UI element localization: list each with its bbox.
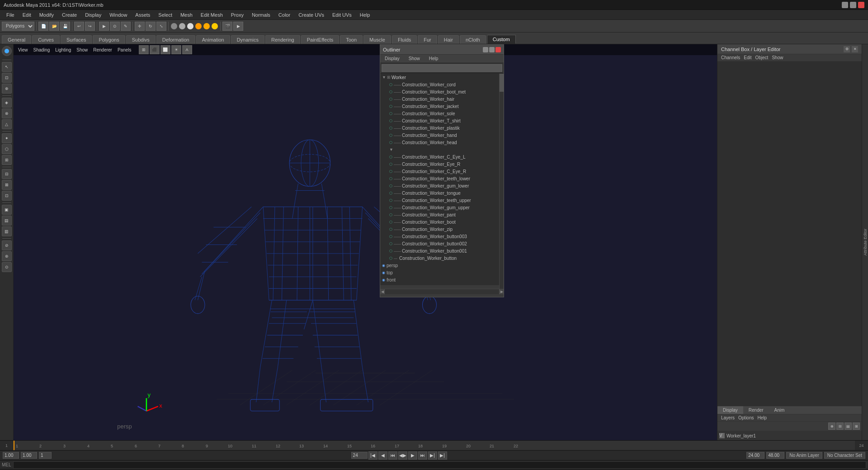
rotate-btn[interactable]: ↻	[146, 22, 156, 31]
outliner-scroll-left[interactable]: ◀	[380, 289, 385, 294]
list-item[interactable]: ⬡ —— Construction_Worker_C_Eye_R	[380, 168, 499, 175]
menu-edit-uvs[interactable]: Edit UVs	[329, 11, 355, 19]
vt-panels[interactable]: Panels	[116, 47, 133, 53]
lt-btn4[interactable]: ◈	[2, 98, 12, 108]
vt-show[interactable]: Show	[75, 47, 90, 53]
tab-muscle[interactable]: Muscle	[363, 35, 391, 44]
list-item[interactable]: ⬡ —— Construction_Worker_T_shirt	[380, 117, 499, 124]
list-item[interactable]: ⬡ —— Construction_Worker_hand	[380, 132, 499, 139]
outliner-item-worker[interactable]: ▼ ⊞ Worker	[380, 74, 499, 81]
viewport[interactable]: View Shading Lighting Show Renderer Pane…	[14, 44, 717, 440]
redo-btn[interactable]: ↪	[85, 22, 95, 31]
list-item[interactable]: ◉ front	[380, 276, 499, 283]
lt-btn15[interactable]: ▥	[2, 226, 12, 236]
render-btn[interactable]: 🎬	[222, 22, 232, 31]
channel-menu-show[interactable]: Show	[772, 55, 783, 60]
outliner-maximize-btn[interactable]	[489, 47, 495, 52]
menu-mesh[interactable]: Mesh	[177, 11, 196, 19]
list-item[interactable]: ⬡ —— Construction_Worker_gum_upper	[380, 204, 499, 211]
play-fwd-btn[interactable]: ▶	[408, 451, 417, 460]
channel-box-icon2[interactable]: ✕	[852, 46, 858, 52]
current-frame-input[interactable]	[39, 452, 52, 459]
menu-select[interactable]: Select	[155, 11, 176, 19]
outliner-tab-help[interactable]: Help	[425, 55, 443, 62]
list-item[interactable]: ⬡ —— Construction_Worker_hair	[380, 95, 499, 103]
outliner-scroll-right[interactable]: ▶	[499, 289, 504, 294]
tab-subdivs[interactable]: Subdivs	[126, 35, 156, 44]
list-item[interactable]: ⬡ —— Construction_Worker_teeth_upper	[380, 197, 499, 204]
list-item[interactable]: ⬡ —— Construction_Worker_head	[380, 139, 499, 146]
menu-color[interactable]: Color	[275, 11, 294, 19]
outliner-tab-show[interactable]: Show	[404, 55, 425, 62]
vt-view[interactable]: View	[16, 47, 30, 53]
layer-menu-options[interactable]: Options	[738, 415, 754, 420]
maya-logo[interactable]	[2, 46, 12, 56]
vp-wireframe-btn[interactable]: ⊞	[139, 45, 149, 54]
lt-btn9[interactable]: ⊞	[2, 155, 12, 165]
list-item[interactable]: ⬡ —— Construction_Worker_jacket	[380, 103, 499, 110]
ipr-btn[interactable]: ▶	[233, 22, 243, 31]
lt-btn8[interactable]: ⬡	[2, 144, 12, 154]
lt-btn14[interactable]: ▤	[2, 216, 12, 226]
lt-btn18[interactable]: ⊙	[2, 262, 12, 272]
list-item[interactable]: ⬡ —— Construction_Worker_gum_lower	[380, 182, 499, 189]
scale-btn[interactable]: ⤡	[156, 22, 166, 31]
tab-animation[interactable]: Animation	[196, 35, 230, 44]
lt-btn13[interactable]: ▣	[2, 205, 12, 215]
tab-toon[interactable]: Toon	[340, 35, 363, 44]
vt-renderer[interactable]: Renderer	[91, 47, 114, 53]
layer-menu-help[interactable]: Help	[757, 415, 767, 420]
menu-window[interactable]: Window	[106, 11, 131, 19]
lasso-btn[interactable]: ⊙	[110, 22, 120, 31]
maximize-btn[interactable]	[850, 2, 856, 8]
list-item[interactable]: ⬡ —— Construction_Worker_plastik	[380, 124, 499, 132]
channel-menu-object[interactable]: Object	[755, 55, 769, 60]
channel-menu-edit[interactable]: Edit	[744, 55, 751, 60]
menu-help[interactable]: Help	[356, 11, 374, 19]
next-frame-btn[interactable]: ▶|	[428, 451, 437, 460]
outliner-hscrollbar[interactable]: ◀ ▶	[380, 289, 504, 294]
menu-create[interactable]: Create	[58, 11, 80, 19]
range-end-input[interactable]	[21, 452, 37, 459]
select-btn[interactable]: ▶	[99, 22, 109, 31]
layer-visibility[interactable]: V	[719, 433, 725, 438]
anim-end1-input[interactable]	[746, 452, 764, 459]
next-key-btn[interactable]: ⏭	[418, 451, 427, 460]
paint-btn[interactable]: ✎	[121, 22, 131, 31]
range-start-input[interactable]	[3, 452, 19, 459]
mel-input[interactable]	[13, 461, 866, 469]
layer-btn2[interactable]: ⊟	[836, 423, 844, 430]
vp-solid-btn[interactable]: ⬛	[150, 45, 160, 54]
minimize-btn[interactable]	[842, 2, 848, 8]
no-anim-layer-btn[interactable]: No Anim Layer	[786, 452, 822, 459]
list-item[interactable]: ⬡ —— Construction_Worker_tongue	[380, 189, 499, 197]
go-start-btn[interactable]: |◀	[368, 451, 377, 460]
prev-key-btn[interactable]: ⏮	[388, 451, 397, 460]
list-item[interactable]: ⬡ —— Construction_Worker_button001	[380, 247, 499, 254]
tab-surfaces[interactable]: Surfaces	[61, 35, 92, 44]
tab-polygons[interactable]: Polygons	[93, 35, 125, 44]
layer-menu-layers[interactable]: Layers	[721, 415, 735, 420]
list-item[interactable]: ◉ top	[380, 269, 499, 276]
save-btn[interactable]: 💾	[60, 22, 70, 31]
outliner-vscrollbar[interactable]	[499, 74, 504, 289]
channel-menu-channels[interactable]: Channels	[721, 55, 740, 60]
attribute-editor-label[interactable]: Attribute Editor	[862, 227, 868, 258]
tab-general[interactable]: General	[2, 35, 31, 44]
list-item[interactable]: ⬡ —— Construction_Worker_cord	[380, 81, 499, 88]
layer-btn3[interactable]: ▤	[844, 423, 852, 430]
tab-rendering[interactable]: Rendering	[265, 35, 300, 44]
outliner-search-input[interactable]	[382, 64, 502, 72]
vp-texture-btn[interactable]: ⬜	[160, 45, 170, 54]
channel-box-icon1[interactable]: ⚙	[844, 46, 850, 52]
tab-fluids[interactable]: Fluids	[392, 35, 417, 44]
menu-display[interactable]: Display	[81, 11, 105, 19]
select-tool-btn[interactable]: ↖	[2, 62, 12, 72]
list-item[interactable]: ⬡ —— Construction_Worker_C_Eye_L	[380, 153, 499, 160]
layer-btn4[interactable]: ⊞	[853, 423, 860, 430]
outliner-minimize-btn[interactable]	[483, 47, 488, 52]
list-item[interactable]: ⬡ —— Construction_Worker_boot	[380, 218, 499, 226]
open-btn[interactable]: 📂	[49, 22, 59, 31]
tab-curves[interactable]: Curves	[32, 35, 60, 44]
go-end-btn[interactable]: ▶|	[438, 451, 447, 460]
